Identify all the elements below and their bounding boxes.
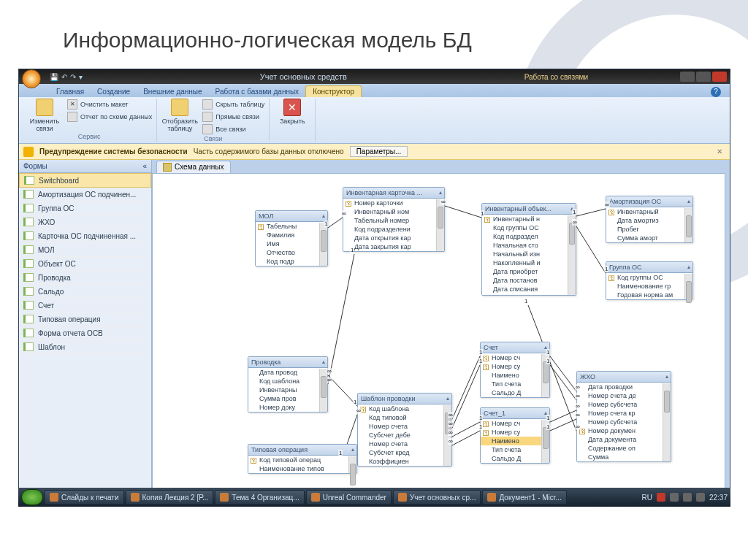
table-field[interactable]: Инвентарный н	[482, 215, 576, 223]
table-header[interactable]: Инвентарный объек...	[482, 204, 576, 215]
table-field[interactable]: Код шаблона	[358, 404, 451, 413]
table-field[interactable]: Сальдо Д	[481, 388, 549, 397]
tray-icon[interactable]	[683, 493, 692, 502]
table-schet1[interactable]: Счет_1Номер счНомер суНаименоТип счетаСа…	[480, 407, 550, 464]
table-mol[interactable]: МОЛТабельныФамилияИмяОтчествоКод подр	[255, 210, 328, 266]
direct-rel-button[interactable]: Прямые связи	[202, 111, 264, 123]
nav-item[interactable]: МОЛ	[19, 243, 151, 257]
nav-item[interactable]: Сальдо	[19, 285, 151, 299]
taskbar-button[interactable]: Слайды к печати	[45, 490, 124, 505]
table-field[interactable]: Тип счета	[481, 445, 549, 454]
scrollbar[interactable]	[568, 215, 576, 295]
taskbar-button[interactable]: Учет основных ср...	[393, 490, 481, 505]
table-header[interactable]: Счет	[481, 342, 549, 353]
table-prov[interactable]: ПроводкаДата проводКод шаблонаИнвентарны…	[248, 356, 328, 413]
table-field[interactable]: Номер субсчета	[577, 400, 671, 409]
table-field[interactable]: Сальдо Д	[481, 454, 549, 463]
table-field[interactable]: Код подраздел	[482, 232, 576, 241]
table-field[interactable]: Годовая норма ам	[606, 291, 692, 299]
qat-more-icon[interactable]: ▾	[79, 73, 83, 81]
table-field[interactable]: Тип счета	[481, 380, 549, 388]
scrollbar[interactable]	[663, 383, 671, 461]
hide-table-button[interactable]: Скрыть таблицу	[202, 99, 264, 110]
tray-icon[interactable]	[657, 493, 665, 502]
maximize-button[interactable]	[696, 72, 711, 82]
nav-item[interactable]: ЖХО	[19, 215, 151, 229]
table-field[interactable]: Дата провод	[248, 368, 327, 377]
table-field[interactable]: Номер сч	[481, 419, 549, 428]
table-field[interactable]: Номер доку	[248, 403, 327, 412]
table-header[interactable]: МОЛ	[256, 211, 327, 222]
table-field[interactable]: Номер докумен	[482, 294, 576, 295]
table-header[interactable]: Счет_1	[481, 408, 549, 419]
scrollbar[interactable]	[684, 208, 692, 242]
table-obj[interactable]: Инвентарный объек...Инвентарный нКод гру…	[481, 203, 576, 296]
table-field[interactable]: Наименование типов	[248, 464, 356, 473]
show-table-button[interactable]: Отобразить таблицу	[161, 99, 198, 132]
scrollbar[interactable]	[348, 456, 356, 473]
nav-item[interactable]: Счет	[19, 299, 151, 312]
table-field[interactable]: Номер докумен	[577, 426, 671, 435]
table-field[interactable]: Субсчет кред	[358, 448, 451, 457]
table-field[interactable]: Начальная сто	[482, 241, 576, 250]
table-field[interactable]: Дата документа	[577, 435, 671, 444]
table-field[interactable]: Код подр	[256, 257, 327, 266]
tray-icon[interactable]	[670, 493, 679, 502]
table-field[interactable]: Номер су	[481, 362, 549, 371]
table-header[interactable]: Проводка	[248, 357, 327, 368]
table-field[interactable]: Отчество	[256, 248, 327, 257]
table-amort[interactable]: Амортизация ОСИнвентарныйДата амортизПро…	[606, 196, 693, 243]
ribbon-tab-create[interactable]: Создание	[91, 86, 137, 97]
minimize-button[interactable]	[680, 72, 695, 82]
table-field[interactable]: Коэффициен	[358, 457, 451, 466]
undo-icon[interactable]: ↶	[61, 73, 67, 81]
table-typeop[interactable]: Типовая операцияКод типовой операцНаимен…	[248, 444, 357, 474]
table-field[interactable]: Дата списания	[482, 285, 576, 294]
table-field[interactable]: Код группы ОС	[606, 273, 692, 282]
table-field[interactable]: Пробег	[606, 225, 692, 234]
table-header[interactable]: ЖХО	[577, 372, 671, 383]
table-field[interactable]: Код типовой операц	[248, 456, 356, 464]
scrollbar[interactable]	[319, 369, 327, 412]
table-schet[interactable]: СчетНомер счНомер суНаименоТип счетаСаль…	[480, 342, 550, 398]
table-field[interactable]: Дата приобрет	[482, 267, 576, 276]
table-field[interactable]: Накопленный и	[482, 258, 576, 267]
table-field[interactable]: Субсчет дебе	[358, 431, 451, 440]
table-field[interactable]: Номер су	[481, 428, 549, 437]
nav-item[interactable]: Форма отчета ОСВ	[19, 326, 151, 340]
save-icon[interactable]: 💾	[50, 73, 58, 81]
table-field[interactable]: Код группы ОС	[482, 223, 576, 232]
table-field[interactable]: Код типовой	[358, 413, 451, 422]
table-header[interactable]: Группа ОС	[606, 262, 692, 273]
scrollbar[interactable]	[436, 199, 444, 251]
table-tmpl[interactable]: Шаблон проводкиКод шаблонаКод типовойНом…	[357, 393, 452, 467]
table-header[interactable]: Инвентарная карточка ...	[343, 188, 444, 199]
ribbon-tab-external[interactable]: Внешние данные	[137, 86, 208, 97]
clear-layout-button[interactable]: ✕Очистить макет	[67, 99, 152, 110]
clock[interactable]: 22:37	[709, 494, 728, 502]
table-field[interactable]: Табельный номер	[343, 216, 444, 225]
tray-icon[interactable]	[696, 493, 705, 502]
close-rel-button[interactable]: ✕ Закрыть	[274, 99, 310, 125]
office-button[interactable]	[22, 69, 41, 88]
table-field[interactable]: Дата проводки	[577, 383, 671, 391]
table-field[interactable]: Сумма	[577, 453, 671, 461]
table-field[interactable]: Фамилия	[256, 231, 327, 239]
taskbar-button[interactable]: Копия Лекция 2 [Р...	[126, 490, 214, 505]
table-field[interactable]: Дата постанов	[482, 276, 576, 285]
collapse-icon[interactable]: «	[142, 162, 147, 170]
scrollbar[interactable]	[319, 223, 327, 266]
nav-item[interactable]: Группа ОС	[19, 202, 151, 215]
table-field[interactable]: Имя	[256, 239, 327, 248]
table-header[interactable]: Амортизация ОС	[606, 196, 692, 207]
table-field[interactable]: Номер счета	[358, 422, 451, 431]
table-field[interactable]: Сумма пров	[248, 394, 327, 403]
table-field[interactable]: Табельны	[256, 222, 327, 231]
table-field[interactable]: Номер субсчета	[577, 418, 671, 426]
nav-item[interactable]: Карточка ОС подчиненная ...	[19, 229, 151, 243]
scrollbar[interactable]	[684, 274, 692, 299]
taskbar-button[interactable]: Документ1 - Micr...	[482, 490, 566, 505]
edit-relationships-button[interactable]: Изменить связи	[26, 99, 63, 132]
table-field[interactable]: Дата закрытия кар	[343, 242, 444, 251]
start-button[interactable]	[21, 489, 43, 505]
